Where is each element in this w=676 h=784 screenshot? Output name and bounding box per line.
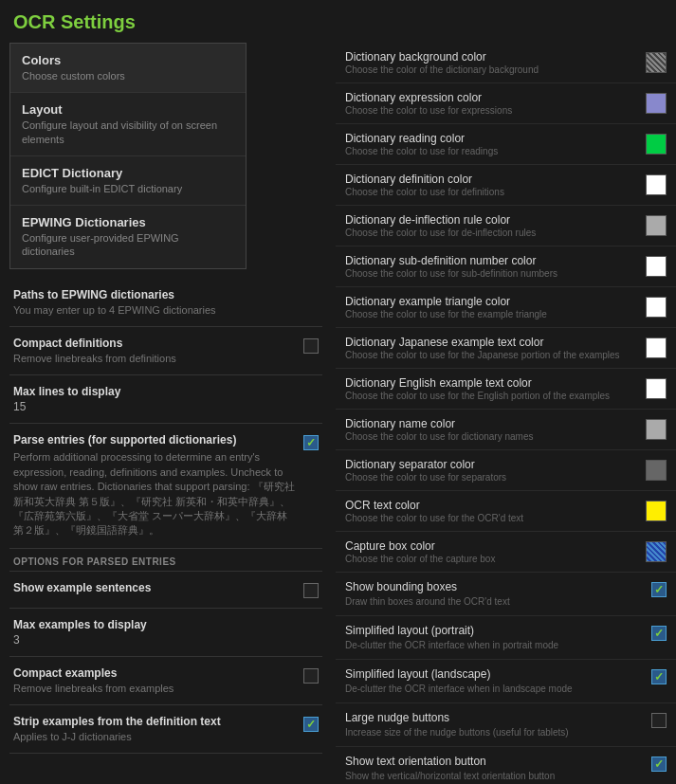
- layout-row-title-4: Show text orientation button: [345, 755, 644, 768]
- color-swatch-5[interactable]: [646, 256, 667, 277]
- color-swatch-8[interactable]: [646, 378, 667, 399]
- color-swatch-3[interactable]: [646, 174, 667, 195]
- layout-row-1: Simplified layout (portrait) De-clutter …: [336, 616, 676, 660]
- color-row-5[interactable]: Dictionary sub-definition number color C…: [336, 246, 676, 287]
- sidebar-item-epwing-title: EPWING Dictionaries: [22, 215, 234, 229]
- color-row-12[interactable]: Capture box color Choose the color of th…: [336, 532, 676, 573]
- sidebar-item-epwing-desc: Configure user-provided EPWING dictionar…: [22, 231, 234, 259]
- sidebar-item-edict[interactable]: EDICT Dictionary Configure built-in EDIC…: [10, 156, 246, 206]
- layout-checkbox-3[interactable]: [651, 713, 667, 728]
- color-row-desc-11: Choose the color to use for the OCR'd te…: [345, 513, 638, 523]
- compact-examples-checkbox[interactable]: [303, 668, 319, 684]
- color-row-desc-3: Choose the color to use for definitions: [345, 187, 638, 197]
- show-examples-checkbox[interactable]: [303, 583, 319, 598]
- layout-row-title-1: Simplified layout (portrait): [345, 624, 644, 637]
- left-panel: Colors Choose custom colors Layout Confi…: [0, 43, 332, 784]
- layout-row-desc-1: De-clutter the OCR interface when in por…: [345, 639, 644, 651]
- color-row-desc-12: Choose the color of the capture box: [345, 554, 638, 564]
- layout-row-desc-2: De-clutter the OCR interface when in lan…: [345, 683, 644, 695]
- layout-row-title-0: Show bounding boxes: [345, 580, 644, 593]
- layout-checkbox-2[interactable]: [651, 669, 667, 684]
- max-lines-section: Max lines to display 15: [9, 375, 322, 424]
- color-swatch-10[interactable]: [646, 460, 667, 481]
- color-swatch-0[interactable]: [646, 52, 667, 73]
- compact-def-desc: Remove linebreaks from definitions: [13, 352, 296, 365]
- layout-row-0: Show bounding boxes Draw thin boxes arou…: [336, 573, 676, 616]
- sidebar-menu: Colors Choose custom colors Layout Confi…: [9, 43, 247, 269]
- color-row-8[interactable]: Dictionary English example text color Ch…: [336, 369, 676, 410]
- color-row-title-6: Dictionary example triangle color: [345, 295, 638, 308]
- color-swatch-6[interactable]: [646, 297, 667, 318]
- layout-row-desc-0: Draw thin boxes around the OCR'd text: [345, 595, 644, 608]
- color-row-0[interactable]: Dictionary background color Choose the c…: [336, 43, 676, 83]
- color-row-11[interactable]: OCR text color Choose the color to use f…: [336, 491, 676, 532]
- layout-rows: Show bounding boxes Draw thin boxes arou…: [336, 573, 676, 784]
- sidebar-item-colors-desc: Choose custom colors: [22, 69, 234, 82]
- sidebar-item-layout-desc: Configure layout and visibility of on sc…: [22, 119, 234, 146]
- color-rows: Dictionary background color Choose the c…: [336, 43, 676, 573]
- max-examples-section: Max examples to display 3: [9, 609, 322, 657]
- compact-examples-desc: Remove linebreaks from examples: [13, 682, 296, 695]
- color-swatch-7[interactable]: [646, 337, 667, 358]
- layout-row-desc-4: Show the vertical/horizontal text orient…: [345, 770, 644, 782]
- color-swatch-1[interactable]: [646, 93, 667, 114]
- color-swatch-9[interactable]: [646, 419, 667, 440]
- color-row-title-0: Dictionary background color: [345, 50, 638, 64]
- color-row-desc-7: Choose the color to use for the Japanese…: [345, 350, 638, 360]
- color-row-title-7: Dictionary Japanese example text color: [345, 336, 638, 349]
- color-row-title-3: Dictionary definition color: [345, 173, 638, 186]
- compact-examples-row: Compact examples Remove linebreaks from …: [9, 657, 322, 705]
- sidebar-item-layout-title: Layout: [22, 102, 234, 117]
- right-panel: Dictionary background color Choose the c…: [332, 43, 676, 784]
- color-row-1[interactable]: Dictionary expression color Choose the c…: [336, 83, 676, 124]
- show-examples-row: Show example sentences: [9, 572, 322, 609]
- layout-row-4: Show text orientation button Show the ve…: [336, 747, 676, 784]
- sidebar-item-colors[interactable]: Colors Choose custom colors: [10, 44, 246, 93]
- sidebar-item-epwing[interactable]: EPWING Dictionaries Configure user-provi…: [10, 206, 246, 268]
- paths-desc: You may enter up to 4 EPWING dictionarie…: [13, 303, 319, 317]
- color-row-9[interactable]: Dictionary name color Choose the color t…: [336, 410, 676, 450]
- max-lines-value: 15: [13, 400, 319, 413]
- strip-examples-desc: Applies to J-J dictionaries: [13, 730, 296, 743]
- color-row-6[interactable]: Dictionary example triangle color Choose…: [336, 287, 676, 328]
- paths-title: Paths to EPWING dictionaries: [13, 288, 319, 301]
- sidebar-item-layout[interactable]: Layout Configure layout and visibility o…: [10, 93, 246, 156]
- color-row-title-9: Dictionary name color: [345, 417, 638, 430]
- color-row-title-12: Capture box color: [345, 539, 638, 553]
- color-row-3[interactable]: Dictionary definition color Choose the c…: [336, 165, 676, 206]
- color-row-2[interactable]: Dictionary reading color Choose the colo…: [336, 124, 676, 165]
- color-row-desc-8: Choose the color to use for the English …: [345, 391, 638, 401]
- color-row-desc-10: Choose the color to use for separators: [345, 472, 638, 483]
- color-row-desc-1: Choose the color to use for expressions: [345, 105, 638, 116]
- strip-examples-row: Strip examples from the definition text …: [9, 705, 322, 754]
- color-swatch-12[interactable]: [646, 541, 667, 562]
- compact-examples-title: Compact examples: [13, 666, 296, 680]
- color-row-7[interactable]: Dictionary Japanese example text color C…: [336, 328, 676, 369]
- max-examples-title: Max examples to display: [13, 618, 319, 631]
- layout-checkbox-4[interactable]: [651, 757, 667, 772]
- color-row-desc-6: Choose the color to use for the example …: [345, 309, 638, 319]
- color-swatch-11[interactable]: [646, 501, 667, 521]
- sidebar-item-edict-title: EDICT Dictionary: [22, 166, 234, 180]
- layout-row-desc-3: Increase size of the nudge buttons (usef…: [345, 726, 644, 738]
- parse-entries-checkbox[interactable]: [303, 435, 319, 450]
- options-header: OPTIONS FOR PARSED ENTRIES: [9, 549, 322, 572]
- layout-checkbox-0[interactable]: [651, 582, 667, 597]
- paths-section: Paths to EPWING dictionaries You may ent…: [9, 279, 322, 327]
- sidebar-item-colors-title: Colors: [22, 53, 234, 67]
- color-row-4[interactable]: Dictionary de-inflection rule color Choo…: [336, 206, 676, 246]
- strip-examples-checkbox[interactable]: [303, 717, 319, 732]
- color-swatch-4[interactable]: [646, 215, 667, 236]
- parse-entries-row: Parse entries (for supported dictionarie…: [9, 424, 322, 548]
- color-row-10[interactable]: Dictionary separator color Choose the co…: [336, 450, 676, 491]
- color-row-desc-9: Choose the color to use for dictionary n…: [345, 431, 638, 442]
- compact-def-checkbox[interactable]: [303, 338, 319, 354]
- sidebar-item-edict-desc: Configure built-in EDICT dictionary: [22, 182, 234, 195]
- color-swatch-2[interactable]: [646, 134, 667, 155]
- layout-checkbox-1[interactable]: [651, 626, 667, 641]
- color-row-title-11: OCR text color: [345, 499, 638, 512]
- max-lines-title: Max lines to display: [13, 385, 319, 398]
- color-row-desc-4: Choose the color to use for de-inflectio…: [345, 228, 638, 238]
- color-row-title-10: Dictionary separator color: [345, 458, 638, 471]
- color-row-desc-5: Choose the color to use for sub-definiti…: [345, 268, 638, 279]
